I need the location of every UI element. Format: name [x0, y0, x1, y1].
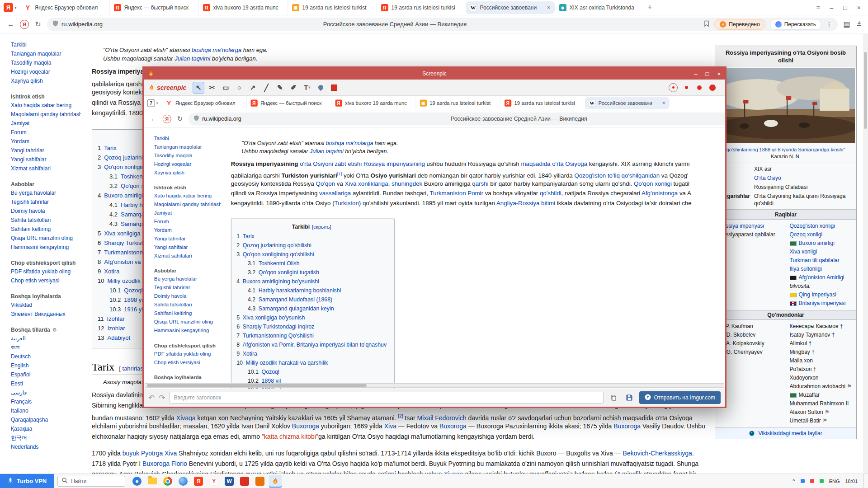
pencil-tool[interactable]: ✎	[274, 82, 286, 94]
maximize-button[interactable]: □	[843, 4, 847, 11]
wiki-link[interactable]: Rossiya imperiyasining	[363, 160, 425, 167]
browser-tab[interactable]: Я19 asrda rus istelosi turkisi	[377, 1, 466, 14]
sidebar-link[interactable]: PDF sifatida yuklab oling	[154, 349, 221, 358]
upload-imgur-button[interactable]: Отправить на Imgur.com	[639, 391, 721, 404]
refresh-button[interactable]: ↻	[33, 20, 43, 28]
sidebar-link[interactable]: Qaraqalpaqsha	[11, 415, 81, 424]
address-bar[interactable]: ru.wikipedia.org Российское завоевание С…	[47, 18, 838, 31]
sidebar-link[interactable]: Español	[11, 370, 81, 379]
toc-hide-link[interactable]: [скрыть]	[312, 224, 331, 230]
wiki-link[interactable]: Buxoroga	[613, 422, 641, 430]
caption-link[interactable]: qo'shinlarining 1868 yil 8 iyunda Samarq…	[726, 147, 845, 152]
wiki-link[interactable]: [1]	[337, 171, 342, 176]
sidebar-link[interactable]: Forum	[154, 217, 221, 226]
tray-app-icon[interactable]	[820, 479, 824, 483]
edge-icon[interactable]: e	[131, 475, 143, 488]
sidebar-link[interactable]: Bu yerga havolalar	[154, 275, 221, 283]
toc-link[interactable]: Milliy ozodlik harakati va qarshilik	[246, 359, 328, 366]
wiki-link[interactable]: Florio	[171, 460, 187, 467]
toc-link[interactable]: 1916 yil	[124, 306, 144, 313]
wiki-link[interactable]: Qozoq xonligi	[790, 231, 823, 238]
sidebar-link[interactable]: Yangi sahifalar	[11, 155, 81, 164]
toc-item[interactable]: 3Qo'qon xonligining qo'shilishi	[236, 250, 387, 259]
chrome-icon[interactable]	[161, 475, 174, 488]
toc-link[interactable]: Xotira	[104, 268, 119, 275]
yandex-services-button[interactable]: Я	[163, 114, 171, 123]
wiki-link[interactable]: shuningdek	[392, 180, 422, 187]
back-button[interactable]: ←	[5, 20, 16, 28]
toc-item[interactable]: 9Xotira	[236, 349, 387, 358]
sidebar-link[interactable]: Tarkibi	[154, 134, 221, 143]
arrow-tool[interactable]: ↗	[247, 82, 259, 94]
yandex-home-button[interactable]: Я ▾	[4, 3, 17, 12]
clock[interactable]: 18:01	[845, 479, 858, 484]
file-explorer-icon[interactable]	[146, 475, 159, 488]
sidebar-link[interactable]: Қазақша	[11, 424, 81, 433]
toc-link[interactable]: Harbiy harakatlarning boshlanishi	[259, 287, 341, 294]
toc-item[interactable]: 5Xiva xonligiga bo'ysunish	[236, 313, 387, 322]
toc-item[interactable]: 10.1Qozoql	[236, 367, 387, 376]
sidebar-link[interactable]: Jamiyat	[154, 209, 221, 217]
word-icon[interactable]: W	[223, 475, 236, 488]
tray-app-icon[interactable]	[810, 479, 814, 483]
toc-link[interactable]: Toshkentni Olish	[259, 260, 300, 267]
wiki-redlink[interactable]: "katta chizma kitobi"	[262, 433, 318, 440]
downloads-button[interactable]	[856, 20, 863, 28]
red-app-icon[interactable]	[238, 475, 251, 488]
crop-tool[interactable]: ✂	[206, 82, 218, 94]
close-button[interactable]: ×	[857, 4, 861, 11]
sidebar-link[interactable]: Tanlangan maqolalar	[154, 143, 221, 151]
toc-link[interactable]: Qo'qon xonligining qo'shilishi	[243, 251, 314, 258]
line-tool[interactable]: ╱	[260, 82, 272, 94]
sidebar-link[interactable]: Chop etish versiyasi	[11, 276, 81, 285]
turbo-vpn-button[interactable]: Turbo VPN	[0, 474, 54, 488]
browser-tab[interactable]: Я19 asrda rus istelosi turkisi	[500, 96, 585, 109]
tab-close-button[interactable]: ×	[662, 100, 665, 106]
sidebar-link[interactable]: Bu yerga havolalar	[11, 188, 81, 197]
address-more-button[interactable]: ⋮	[826, 21, 832, 28]
browser-tab[interactable]: ▣19 asrda rus istelosi turkist	[415, 96, 500, 109]
tab-close-button[interactable]: ×	[547, 4, 551, 11]
wiki-link[interactable]: Britaniya imperiyasi	[799, 300, 846, 306]
sidebar-link[interactable]: Tarkibi	[11, 40, 81, 49]
toc-item[interactable]: 3.1Toshkentni Olish	[236, 259, 387, 268]
tray-expand-button[interactable]: ^	[793, 478, 795, 484]
wiki-link[interactable]: Pomir	[467, 190, 483, 197]
screenshot-preview[interactable]: Я ▾ 7 ▾ YЯндекс Браузер обновилЯЯндекс —…	[144, 96, 725, 389]
sidebar-link[interactable]: বাংলা	[11, 343, 81, 352]
toc-link[interactable]: Izohlar	[107, 325, 125, 332]
sidebar-link[interactable]: Yordam	[11, 137, 81, 146]
wiki-link[interactable]: Xivaga	[444, 470, 463, 474]
text-tool[interactable]: T▾	[301, 82, 313, 94]
wiki-link[interactable]: Turkmaniston	[429, 190, 466, 197]
sidebar-link[interactable]: Xizmat sahifalari	[11, 164, 81, 173]
site-security-icon[interactable]	[193, 115, 199, 122]
sidebar-link[interactable]: Sahifani keltiring	[154, 309, 221, 318]
orange-app-icon[interactable]	[254, 475, 266, 488]
wiki-link[interactable]: buyuk Pyotrga	[123, 450, 163, 457]
toc-item[interactable]: 2Qozoq juzlarining qo'shilishi	[236, 241, 387, 250]
bookmark-icon[interactable]	[703, 20, 710, 28]
caption-input[interactable]	[170, 392, 604, 404]
wiki-link[interactable]: Qozog'iston xonligi	[790, 223, 835, 229]
wiki-link[interactable]: Qo'qon	[316, 180, 335, 187]
address-bar[interactable]: ru.wikipedia.org Российское завоевание С…	[189, 113, 725, 126]
toc-link[interactable]: 1898 yil	[124, 296, 144, 303]
language-indicator[interactable]: ENG	[829, 479, 840, 484]
line-width-option[interactable]	[708, 83, 717, 92]
redo-button[interactable]: ↷	[159, 393, 165, 403]
wiki-link[interactable]: [2]	[398, 413, 403, 418]
wiki-link[interactable]: Angliya-Rossiya bitimi	[496, 200, 555, 206]
wiki-link[interactable]: Buxoroga	[292, 422, 319, 430]
wiki-link[interactable]: Qozog'iston to'liq qo'shilganidan	[574, 172, 660, 179]
wiki-link[interactable]: Xiva	[165, 450, 177, 457]
screenpic-close-button[interactable]: ×	[717, 70, 721, 77]
sidebar-link[interactable]: Qisqa URL manzilini oling	[11, 234, 81, 243]
toc-link[interactable]: Afg'oniston va Pomir. Britaniya imperiya…	[243, 341, 387, 347]
wiki-link[interactable]: Turkiston	[335, 200, 359, 206]
sidebar-link[interactable]: Italiano	[11, 406, 81, 415]
sidebar-link[interactable]: Tegishli tahrirlar	[154, 283, 221, 292]
toc-link[interactable]: Samarqand qulaganidan keyin	[259, 305, 334, 312]
wiki-link[interactable]: Xiva	[384, 422, 396, 430]
wiki-link[interactable]: Iliya sultonligi	[790, 266, 822, 272]
